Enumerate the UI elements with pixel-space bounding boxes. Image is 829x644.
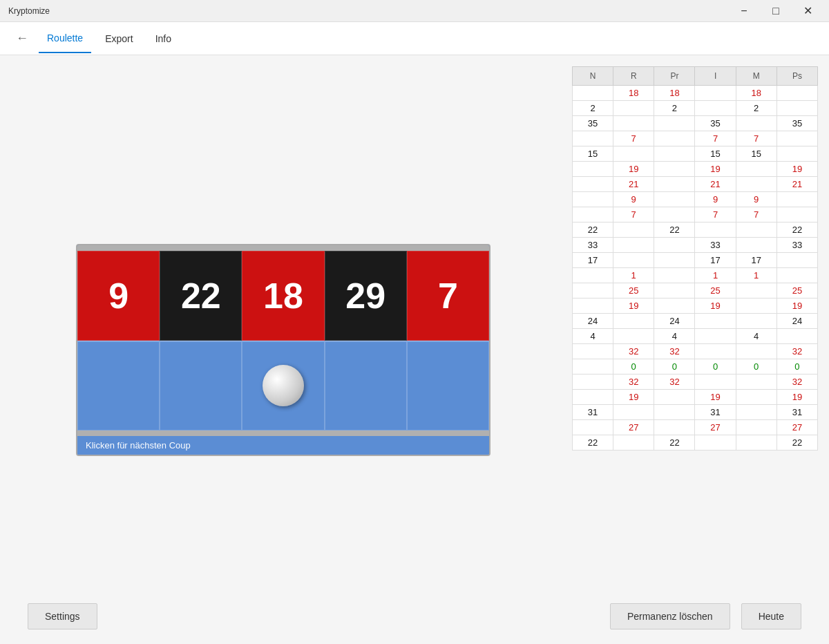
perm-cell: [654, 116, 695, 131]
perm-cell: [736, 314, 776, 329]
perm-cell: 9: [695, 192, 736, 207]
perm-cell: [776, 101, 817, 116]
table-row: 00000: [573, 359, 818, 375]
table-row: 252525: [573, 283, 818, 299]
perm-cell: 19: [776, 299, 817, 314]
roulette-board[interactable]: 92218297 Klicken für nächsten Coup: [76, 244, 490, 456]
perm-cell: 17: [695, 253, 736, 268]
table-row: 313131: [573, 405, 818, 420]
perm-cell: 32: [776, 375, 817, 390]
today-button[interactable]: Heute: [741, 603, 801, 629]
close-button[interactable]: ✕: [792, 0, 823, 22]
right-area: NRPrIMPs 1818182223535357771515151919192…: [566, 55, 829, 644]
perm-cell: [695, 344, 736, 359]
perm-cell: [736, 222, 776, 238]
perm-cell: [573, 375, 613, 390]
perm-cell: 19: [695, 390, 736, 405]
perm-cell: 25: [776, 283, 817, 299]
perm-cell: 22: [776, 435, 817, 451]
perm-cell: 22: [654, 435, 695, 451]
menu-item-export[interactable]: Export: [97, 25, 141, 53]
perm-cell: [654, 131, 695, 146]
app-title: Kryptomize: [6, 6, 50, 16]
roulette-cell-4: [407, 341, 489, 430]
perm-cell: 25: [695, 283, 736, 299]
roulette-number-2: 18: [242, 251, 324, 341]
perm-cell: 19: [613, 162, 654, 177]
perm-cell: [654, 420, 695, 435]
perm-cell: [736, 299, 776, 314]
table-row: 181818: [573, 86, 818, 101]
table-row: 323232: [573, 375, 818, 390]
perm-cell: [613, 314, 654, 329]
roulette-numbers-row: 92218297: [77, 251, 489, 341]
perm-cell: [573, 344, 613, 359]
perm-cell: [654, 390, 695, 405]
maximize-button[interactable]: □: [760, 0, 792, 22]
perm-cell: 22: [573, 222, 613, 238]
back-button[interactable]: ←: [11, 28, 33, 50]
table-row: 191919: [573, 390, 818, 405]
settings-button[interactable]: Settings: [28, 603, 97, 629]
perm-cell: [736, 390, 776, 405]
table-row: 222222: [573, 222, 818, 238]
perm-col-r: R: [613, 67, 654, 86]
roulette-caption: Klicken für nächsten Coup: [77, 436, 489, 455]
table-row: 191919: [573, 299, 818, 314]
perm-cell: [654, 207, 695, 222]
perm-cell: 22: [573, 435, 613, 451]
perm-cell: [736, 375, 776, 390]
perm-col-pr: Pr: [654, 67, 695, 86]
menu-item-info[interactable]: Info: [147, 25, 180, 53]
perm-cell: [776, 131, 817, 146]
perm-cell: 33: [695, 238, 736, 253]
table-row: 151515: [573, 146, 818, 162]
perm-cell: 18: [613, 86, 654, 101]
table-row: 999: [573, 192, 818, 207]
table-row: 171717: [573, 253, 818, 268]
perm-cell: 0: [736, 359, 776, 375]
minimize-button[interactable]: −: [728, 0, 760, 22]
perm-cell: 32: [776, 344, 817, 359]
table-row: 272727: [573, 420, 818, 435]
perm-cell: 7: [695, 207, 736, 222]
perm-cell: [776, 192, 817, 207]
perm-cell: [573, 390, 613, 405]
roulette-cell-2: [242, 341, 324, 430]
perm-col-n: N: [573, 67, 613, 86]
perm-cell: [654, 253, 695, 268]
perm-cell: 15: [573, 146, 613, 162]
perm-cell: 33: [573, 238, 613, 253]
perm-cell: 7: [695, 131, 736, 146]
perm-cell: [613, 116, 654, 131]
perm-cell: [654, 177, 695, 192]
perm-cell: 27: [695, 420, 736, 435]
perm-col-ps: Ps: [776, 67, 817, 86]
perm-cell: [613, 435, 654, 451]
perm-cell: 22: [654, 222, 695, 238]
perm-cell: [736, 238, 776, 253]
perm-cell: [736, 435, 776, 451]
perm-cell: 7: [736, 131, 776, 146]
perm-cell: [654, 238, 695, 253]
perm-cell: 24: [573, 314, 613, 329]
perm-cell: [695, 329, 736, 344]
roulette-ball: [263, 365, 304, 406]
perm-cell: 19: [613, 390, 654, 405]
clear-button[interactable]: Permanenz löschen: [610, 603, 730, 629]
perm-cell: [695, 101, 736, 116]
perm-cell: 15: [736, 146, 776, 162]
perm-cell: [654, 146, 695, 162]
roulette-number-0: 9: [77, 251, 160, 341]
perm-cell: [654, 268, 695, 283]
perm-cell: 0: [776, 359, 817, 375]
table-row: 777: [573, 131, 818, 146]
perm-cell: [776, 86, 817, 101]
roulette-cell-0: [77, 341, 160, 430]
menu-item-roulette[interactable]: Roulette: [39, 24, 91, 53]
perm-cell: 24: [776, 314, 817, 329]
table-row: 242424: [573, 314, 818, 329]
perm-cell: [613, 222, 654, 238]
perm-cell: [573, 359, 613, 375]
main-content: 92218297 Klicken für nächsten Coup NRPrI…: [0, 55, 829, 644]
